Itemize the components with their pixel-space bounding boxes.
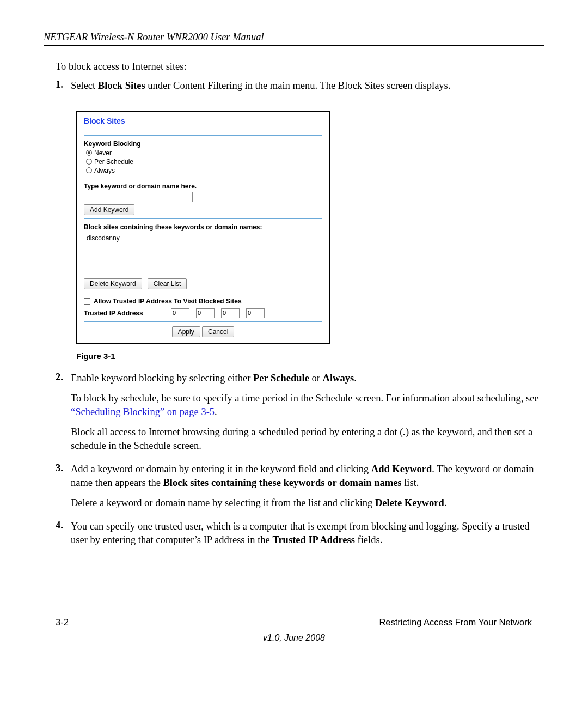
step-3-number: 3. xyxy=(56,462,71,516)
page-number: 3-2 xyxy=(56,617,69,628)
figure-caption: Figure 3-1 xyxy=(76,351,544,361)
apply-button[interactable]: Apply xyxy=(172,326,200,337)
keyword-blocking-heading: Keyword Blocking xyxy=(84,140,322,148)
keyword-listbox[interactable]: discodanny xyxy=(84,233,320,276)
step-2: 2. Enable keyword blocking by selecting … xyxy=(56,372,544,459)
steps-list-cont: 2. Enable keyword blocking by selecting … xyxy=(44,372,544,553)
divider xyxy=(84,321,322,322)
step-2-p1: Enable keyword blocking by selecting eit… xyxy=(71,372,544,385)
step-2-number: 2. xyxy=(56,372,71,459)
radio-per-label: Per Schedule xyxy=(94,158,133,166)
doc-header-title: NETGEAR Wireless-N Router WNR2000 User M… xyxy=(44,32,544,43)
keyword-input[interactable] xyxy=(84,192,193,202)
figure-3-1: Block Sites Keyword Blocking Never Per S… xyxy=(76,111,544,344)
divider xyxy=(84,218,322,219)
panel-title: Block Sites xyxy=(84,117,322,125)
radio-never-label: Never xyxy=(94,149,112,157)
radio-icon xyxy=(86,150,92,156)
add-keyword-button[interactable]: Add Keyword xyxy=(84,204,134,215)
trusted-ip-row: Trusted IP Address 0 0 0 0 xyxy=(84,308,322,318)
ip-octet-4[interactable]: 0 xyxy=(246,308,265,318)
intro-text: To block access to Internet sites: xyxy=(56,61,544,72)
radio-per-schedule[interactable]: Per Schedule xyxy=(86,158,322,166)
cancel-button[interactable]: Cancel xyxy=(202,326,234,337)
list-item[interactable]: discodanny xyxy=(87,234,317,242)
allow-trusted-label: Allow Trusted IP Address To Visit Blocke… xyxy=(94,297,242,305)
step-1-number: 1. xyxy=(56,79,71,99)
trusted-ip-label: Trusted IP Address xyxy=(84,309,166,317)
footer-row: 3-2 Restricting Access From Your Network xyxy=(56,617,532,628)
section-title: Restricting Access From Your Network xyxy=(379,617,532,628)
divider xyxy=(84,135,322,136)
ip-octet-1[interactable]: 0 xyxy=(171,308,189,318)
step-2-p3: Block all access to Internet browsing du… xyxy=(71,425,544,453)
radio-always[interactable]: Always xyxy=(86,167,322,174)
step-4-number: 4. xyxy=(56,520,71,553)
block-sites-screenshot: Block Sites Keyword Blocking Never Per S… xyxy=(76,111,330,344)
header-rule xyxy=(44,45,544,46)
step-1: 1. Select Block Sites under Content Filt… xyxy=(56,79,544,99)
step-2-p2: To block by schedule, be sure to specify… xyxy=(71,392,544,419)
radio-icon xyxy=(86,167,92,173)
type-keyword-label: Type keyword or domain name here. xyxy=(84,182,322,190)
ip-octet-3[interactable]: 0 xyxy=(221,308,240,318)
step-3-p1: Add a keyword or domain by entering it i… xyxy=(71,462,544,490)
divider xyxy=(84,293,322,293)
scheduling-link[interactable]: “Scheduling Blocking” on page 3-5 xyxy=(71,406,215,417)
doc-version: v1.0, June 2008 xyxy=(0,633,588,643)
radio-icon xyxy=(86,159,92,165)
ip-octet-2[interactable]: 0 xyxy=(196,308,215,318)
step-4-p1: You can specify one trusted user, which … xyxy=(71,520,544,547)
step-4: 4. You can specify one trusted user, whi… xyxy=(56,520,544,553)
radio-never[interactable]: Never xyxy=(86,149,322,157)
clear-list-button[interactable]: Clear List xyxy=(148,278,187,289)
block-list-label: Block sites containing these keywords or… xyxy=(84,223,322,231)
divider xyxy=(84,178,322,178)
steps-list: 1. Select Block Sites under Content Filt… xyxy=(44,79,544,99)
radio-always-label: Always xyxy=(94,167,115,174)
footer-rule xyxy=(56,612,532,612)
step-3: 3. Add a keyword or domain by entering i… xyxy=(56,462,544,516)
step-1-text: Select Block Sites under Content Filteri… xyxy=(71,79,544,93)
delete-keyword-button[interactable]: Delete Keyword xyxy=(84,278,142,289)
allow-trusted-checkbox[interactable] xyxy=(84,298,90,305)
step-3-p2: Delete a keyword or domain name by selec… xyxy=(71,496,544,510)
